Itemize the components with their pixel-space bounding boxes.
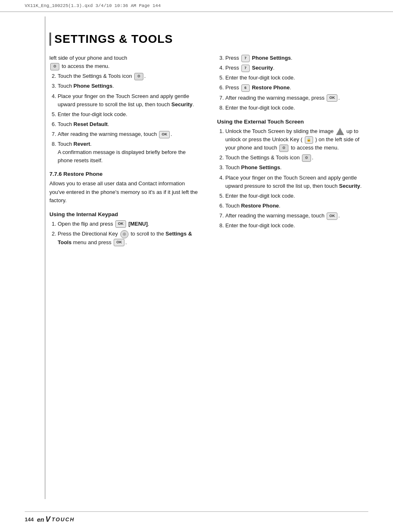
margin-bar (44, 16, 46, 499)
page-title: SETTINGS & TOOLS (49, 33, 368, 46)
settings-icon-inline: ⚙ (49, 63, 62, 69)
section-internal-heading: Using the Internal Keypad (49, 211, 201, 217)
columns-layout: left side of your phone and touch ⚙ to a… (49, 54, 368, 251)
list-item: Enter the four-digit lock code. (225, 104, 368, 112)
list-item: Press 6 Restore Phone. (225, 84, 368, 92)
list-item: Touch Restore Phone. (225, 202, 368, 210)
header-text: VX11K_Eng_100225(1.3).qxd 3/4/10 10:36 A… (25, 3, 161, 8)
list-item: Enter the four-digit lock code. (225, 222, 368, 230)
settings-icon: ⚙ (134, 73, 143, 80)
list-item: Place your finger on the Touch Screen an… (58, 92, 201, 109)
page-number: 144 (25, 516, 34, 523)
page-footer: 144 enVTOUCH (25, 511, 368, 524)
section-776-intro: Allows you to erase all user data and Co… (49, 180, 201, 204)
list-item: Touch the Settings & Tools icon ⚙. (225, 154, 368, 162)
list-item: Press 7 Phone Settings. (225, 54, 368, 62)
page-header: VX11K_Eng_100225(1.3).qxd 3/4/10 10:36 A… (0, 0, 393, 12)
list-item: Touch Revert. A confirmation message is … (58, 140, 201, 164)
num-7-icon: 7 (241, 65, 250, 72)
ok-icon: OK (115, 220, 126, 228)
num-6-icon: 6 (241, 84, 250, 92)
list-item: Press 7 Security. (225, 64, 368, 72)
list-item: Touch the Settings & Tools icon ⚙. (58, 72, 201, 80)
main-content: SETTINGS & TOOLS left side of your phone… (0, 12, 393, 284)
intro-continuation: left side of your phone and touch ⚙ to a… (49, 54, 201, 70)
arrow-up-icon (336, 128, 344, 135)
left-column: left side of your phone and touch ⚙ to a… (49, 54, 201, 251)
list-item: Enter the four-digit lock code. (225, 192, 368, 200)
list-item: Enter the four-digit lock code. (225, 74, 368, 82)
ok-icon: OK (159, 131, 170, 138)
settings-icon: ⚙ (302, 154, 311, 162)
list-item: Touch Phone Settings. (58, 82, 201, 90)
ok-icon: OK (114, 239, 124, 246)
confirmation-note: A confirmation message is displayed brie… (58, 148, 201, 164)
internal-keypad-steps: Open the flip and press OK [MENU]. Press… (49, 220, 201, 247)
section-776-heading: 7.7.6 Restore Phone (49, 171, 201, 177)
settings-icon: ⚙ (279, 145, 288, 152)
section-external-heading: Using the External Touch Screen (217, 119, 368, 125)
ok-icon: OK (327, 212, 337, 220)
num-7-icon: 7 (241, 55, 250, 62)
brand-logo: enVTOUCH (37, 515, 75, 524)
directional-icon: ◎ (120, 230, 129, 238)
list-item: Place your finger on the Touch Screen an… (225, 174, 368, 190)
list-item: Enter the four-digit lock code. (58, 110, 201, 119)
list-item: Touch Phone Settings. (225, 163, 368, 172)
list-item: Open the flip and press OK [MENU]. (58, 220, 201, 228)
list-item: After reading the warning message, touch… (58, 130, 201, 138)
steps-list-right-top: Press 7 Phone Settings. Press 7 Security… (217, 54, 368, 112)
list-item: Unlock the Touch Screen by sliding the i… (225, 127, 368, 152)
ok-icon: OK (327, 94, 337, 102)
list-item: After reading the warning message, press… (225, 94, 368, 102)
steps-list-left: Touch the Settings & Tools icon ⚙. Touch… (49, 72, 201, 164)
list-item: Touch Reset Default. (58, 120, 201, 128)
external-touch-steps: Unlock the Touch Screen by sliding the i… (217, 127, 368, 230)
list-item: After reading the warning message, touch… (225, 212, 368, 220)
unlock-key-icon: 🔒 (305, 136, 313, 144)
list-item: Press the Directional Key ◎ to scroll to… (58, 230, 201, 247)
right-column: Press 7 Phone Settings. Press 7 Security… (217, 54, 368, 251)
